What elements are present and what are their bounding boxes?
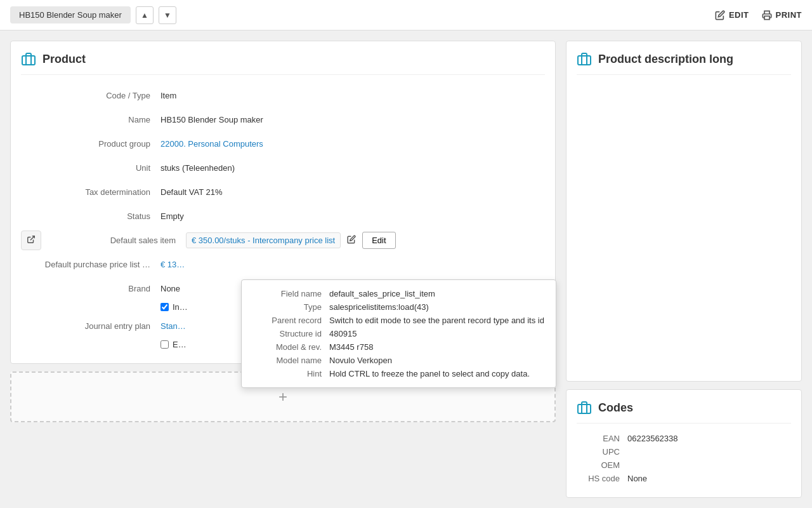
- info-type-label: Type: [253, 302, 329, 312]
- left-column: Product Code / Type Item Name HB150 Blen…: [10, 41, 556, 498]
- chevron-down-icon: ▼: [164, 11, 171, 20]
- right-column: Product description long Codes EAN 06223…: [566, 41, 802, 498]
- info-structure-id-label: Structure id: [253, 329, 329, 338]
- svg-rect-4: [578, 404, 591, 413]
- unit-value: stuks (Teleenheden): [160, 163, 545, 173]
- ean-label: EAN: [577, 434, 627, 443]
- codes-card: Codes EAN 06223562338 UPC OEM HS code No…: [566, 389, 802, 498]
- status-label: Status: [21, 211, 160, 221]
- codes-title: Codes: [598, 401, 633, 415]
- nav-down-button[interactable]: ▼: [159, 6, 176, 24]
- main-content: Product Code / Type Item Name HB150 Blen…: [0, 30, 812, 508]
- code-type-row: Code / Type Item: [21, 85, 545, 105]
- product-group-label: Product group: [21, 139, 160, 149]
- checkbox-e-label: E…: [173, 340, 187, 349]
- info-model-rev-value: M3445 r758: [329, 342, 544, 352]
- unit-label: Unit: [21, 163, 160, 173]
- default-purchase-label: Default purchase price list …: [21, 260, 160, 269]
- print-button[interactable]: PRINT: [762, 10, 802, 20]
- pencil-small-icon: [347, 235, 356, 244]
- info-hint-label: Hint: [253, 369, 329, 378]
- top-bar-right: EDIT PRINT: [715, 10, 802, 20]
- tax-value: Default VAT 21%: [160, 187, 545, 197]
- product-description-card: Product description long: [566, 41, 802, 382]
- info-model-name-value: Novulo Verkopen: [329, 356, 544, 365]
- status-value: Empty: [160, 211, 545, 221]
- tax-label: Tax determination: [21, 187, 160, 197]
- default-sales-item-row: Default sales item € 350.00/stuks - Inte…: [21, 230, 545, 250]
- info-panel: Field name default_sales_price_list_item…: [241, 279, 556, 388]
- product-desc-header: Product description long: [577, 51, 791, 75]
- add-section-icon: +: [278, 388, 287, 406]
- product-group-link[interactable]: 22000. Personal Computers: [160, 139, 545, 149]
- product-card-header: Product: [21, 51, 545, 75]
- info-model-name-row: Model name Novulo Verkopen: [253, 356, 544, 365]
- upc-label: UPC: [577, 447, 627, 457]
- sales-item-edit-icon-button[interactable]: [344, 232, 358, 248]
- edit-button[interactable]: EDIT: [715, 10, 749, 20]
- chevron-up-icon: ▲: [141, 11, 148, 20]
- external-link-button[interactable]: [21, 231, 41, 250]
- default-purchase-row: Default purchase price list … € 13…: [21, 254, 545, 274]
- briefcase-desc-icon: [577, 51, 592, 67]
- top-bar-left: HB150 Blender Soup maker ▲ ▼: [10, 6, 176, 24]
- svg-line-2: [30, 236, 34, 239]
- hs-code-row: HS code None: [577, 474, 791, 483]
- tax-row: Tax determination Default VAT 21%: [21, 182, 545, 202]
- info-field-name-label: Field name: [253, 289, 329, 298]
- sales-item-edit-button[interactable]: Edit: [362, 232, 395, 249]
- checkbox-in[interactable]: [160, 303, 169, 311]
- info-field-name-value: default_sales_price_list_item: [329, 289, 544, 298]
- info-type-value: salespricelistitems:load(43): [329, 302, 544, 312]
- info-model-rev-label: Model & rev.: [253, 342, 329, 352]
- nav-up-button[interactable]: ▲: [136, 6, 154, 24]
- info-type-row: Type salespricelistitems:load(43): [253, 302, 544, 312]
- printer-icon: [762, 10, 772, 20]
- codes-header: Codes: [577, 400, 791, 424]
- info-model-rev-row: Model & rev. M3445 r758: [253, 342, 544, 352]
- hs-code-label: HS code: [577, 474, 627, 483]
- top-bar: HB150 Blender Soup maker ▲ ▼ EDIT PRINT: [0, 0, 812, 30]
- oem-label: OEM: [577, 460, 627, 470]
- default-purchase-value[interactable]: € 13…: [160, 260, 545, 269]
- name-row: Name HB150 Blender Soup maker: [21, 109, 545, 130]
- code-type-value: Item: [160, 91, 545, 100]
- status-row: Status Empty: [21, 206, 545, 226]
- code-type-label: Code / Type: [21, 91, 160, 100]
- name-label: Name: [21, 115, 160, 124]
- svg-rect-1: [22, 56, 35, 65]
- info-parent-record-value: Switch to edit mode to see the parent re…: [329, 316, 544, 325]
- checkbox-in-label: In…: [173, 302, 188, 312]
- info-structure-id-value: 480915: [329, 329, 544, 338]
- pencil-icon: [715, 10, 725, 20]
- briefcase-codes-icon: [577, 400, 592, 415]
- product-group-row: Product group 22000. Personal Computers: [21, 133, 545, 154]
- svg-rect-0: [764, 16, 769, 19]
- ean-value: 06223562338: [627, 434, 678, 443]
- sales-item-controls: € 350.00/stuks - Intercompany price list…: [186, 232, 396, 249]
- hs-code-value: None: [627, 474, 647, 483]
- info-hint-row: Hint Hold CTRL to freeze the panel to se…: [253, 369, 544, 378]
- info-hint-value: Hold CTRL to freeze the panel to select …: [329, 369, 544, 378]
- upc-row: UPC: [577, 447, 791, 457]
- product-title: Product: [43, 53, 86, 66]
- default-sales-item-label: Default sales item: [46, 236, 186, 245]
- info-structure-id-row: Structure id 480915: [253, 329, 544, 338]
- print-label: PRINT: [776, 10, 802, 20]
- checkbox-e[interactable]: [160, 340, 169, 349]
- info-field-name-row: Field name default_sales_price_list_item: [253, 289, 544, 298]
- svg-rect-3: [578, 56, 591, 65]
- record-title: HB150 Blender Soup maker: [10, 6, 131, 23]
- name-value: HB150 Blender Soup maker: [160, 115, 545, 124]
- oem-row: OEM: [577, 460, 791, 470]
- briefcase-icon: [21, 51, 36, 67]
- info-model-name-label: Model name: [253, 356, 329, 365]
- info-parent-record-label: Parent record: [253, 316, 329, 325]
- ean-row: EAN 06223562338: [577, 434, 791, 443]
- external-link-icon: [27, 235, 36, 244]
- sales-item-link[interactable]: € 350.00/stuks - Intercompany price list: [186, 232, 341, 248]
- journal-entry-label: Journal entry plan: [21, 321, 160, 331]
- product-desc-title: Product description long: [598, 53, 733, 66]
- edit-label: EDIT: [729, 10, 749, 20]
- unit-row: Unit stuks (Teleenheden): [21, 157, 545, 178]
